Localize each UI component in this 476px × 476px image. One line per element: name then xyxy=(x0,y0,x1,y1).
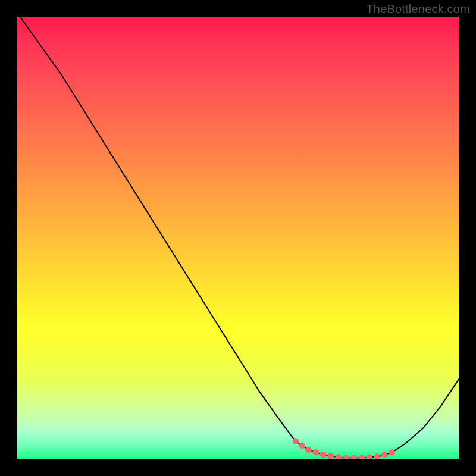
chart-svg xyxy=(17,17,459,459)
chart-plot-area xyxy=(17,17,459,459)
watermark-text: TheBottleneck.com xyxy=(366,2,470,16)
optimal-range-highlight xyxy=(296,441,393,458)
bottleneck-curve-line xyxy=(17,17,459,458)
